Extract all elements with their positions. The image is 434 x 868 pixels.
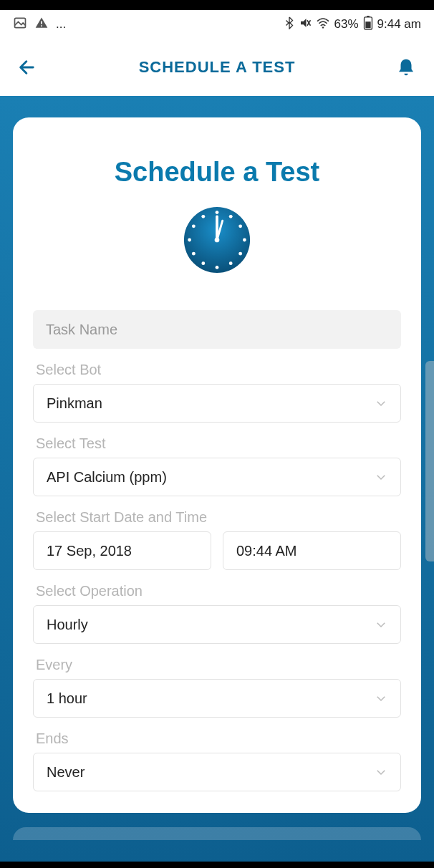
scrollbar[interactable]: [425, 361, 434, 561]
chevron-down-icon: [375, 618, 387, 631]
start-time-picker[interactable]: 09:44 AM: [223, 531, 401, 570]
mute-icon: [299, 16, 312, 33]
ends-dropdown[interactable]: Never: [33, 753, 401, 791]
every-dropdown[interactable]: 1 hour: [33, 679, 401, 718]
wifi-icon: [316, 17, 330, 32]
start-date-value: 17 Sep, 2018: [47, 543, 132, 559]
clock-icon: [33, 206, 401, 274]
chevron-down-icon: [375, 471, 387, 483]
every-label: Every: [33, 657, 401, 673]
svg-point-24: [215, 238, 220, 243]
form-card: Schedule a Test: [13, 117, 421, 813]
svg-point-16: [216, 266, 219, 269]
svg-point-18: [192, 252, 196, 256]
card-title: Schedule a Test: [33, 157, 401, 188]
svg-point-11: [229, 215, 233, 218]
bluetooth-icon: [284, 16, 294, 33]
start-date-picker[interactable]: 17 Sep, 2018: [33, 531, 211, 570]
svg-point-10: [216, 211, 219, 214]
select-test-dropdown[interactable]: API Calcium (ppm): [33, 458, 401, 496]
ends-label: Ends: [33, 730, 401, 747]
operation-value: Hourly: [47, 617, 88, 633]
battery-text: 63%: [334, 17, 359, 32]
svg-rect-8: [365, 21, 370, 28]
notifications-button[interactable]: [395, 57, 417, 78]
svg-point-19: [188, 238, 191, 242]
statusbar-ellipsis: ...: [56, 17, 66, 32]
task-name-input[interactable]: [33, 310, 401, 349]
svg-point-21: [201, 215, 205, 218]
svg-point-13: [243, 238, 246, 242]
select-test-label: Select Test: [33, 435, 401, 452]
svg-point-5: [322, 26, 323, 28]
time-text: 9:44 am: [377, 17, 421, 32]
ends-value: Never: [47, 764, 85, 781]
statusbar-right: 63% 9:44 am: [284, 16, 421, 34]
svg-point-14: [238, 252, 242, 256]
select-bot-dropdown[interactable]: Pinkman: [33, 384, 401, 423]
chevron-down-icon: [375, 397, 387, 410]
content-background: Schedule a Test: [0, 96, 434, 862]
next-card-hint: [13, 827, 421, 840]
svg-point-15: [229, 261, 233, 265]
svg-point-12: [238, 224, 242, 228]
image-icon: [13, 16, 27, 34]
select-test-value: API Calcium (ppm): [47, 469, 167, 486]
status-bar: ... 63% 9:44 am: [0, 10, 434, 39]
page-title: SCHEDULE A TEST: [39, 58, 395, 77]
svg-point-20: [192, 224, 196, 228]
select-bot-label: Select Bot: [33, 362, 401, 378]
start-datetime-label: Select Start Date and Time: [33, 509, 401, 526]
every-value: 1 hour: [47, 690, 87, 707]
battery-icon: [363, 16, 373, 34]
warning-icon: [34, 16, 49, 34]
chevron-down-icon: [375, 766, 387, 778]
svg-rect-1: [41, 21, 42, 24]
navbar: SCHEDULE A TEST: [0, 39, 434, 96]
chevron-down-icon: [375, 692, 387, 705]
start-time-value: 09:44 AM: [236, 543, 297, 559]
select-bot-value: Pinkman: [47, 395, 102, 412]
operation-dropdown[interactable]: Hourly: [33, 605, 401, 644]
back-button[interactable]: [17, 57, 39, 77]
operation-label: Select Operation: [33, 583, 401, 599]
statusbar-left: ...: [13, 16, 66, 34]
svg-point-17: [201, 261, 205, 265]
svg-rect-2: [41, 25, 42, 26]
